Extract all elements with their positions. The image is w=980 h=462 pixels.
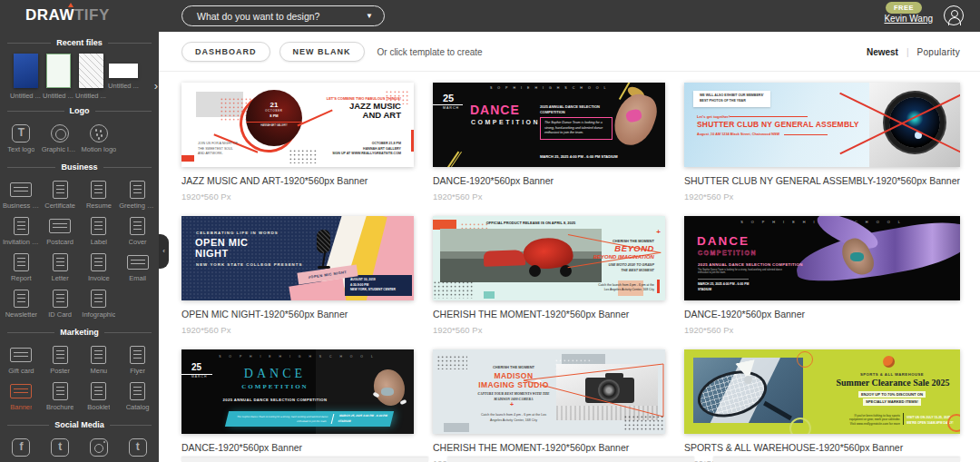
event-description-box: The Sophie Dance Team is looking for a s…	[540, 117, 612, 140]
small-heading: CHERISH THE MOMENT	[462, 365, 565, 369]
sidebar-item-catalog[interactable]: Catalog	[118, 382, 157, 411]
user-area: FREE Kevin Wang	[817, 0, 980, 32]
sidebar-item-resume[interactable]: Resume	[80, 181, 119, 210]
template-title: OPEN MIC NIGHT-1920*560px Banner	[181, 309, 414, 319]
template-title: SPORTS & ALL WAREHOUSE-1920*560px Banner	[684, 442, 960, 453]
logo-text-primary: DRAW	[25, 6, 74, 24]
facebook-icon: f	[12, 438, 30, 457]
template-preview-jazz[interactable]: 21 OCTOBER 8 PM HANNAH ART GALLERY LET'S…	[181, 83, 414, 167]
template-card-dance-purple[interactable]: S O P H I E H I G H S C H O O L DANCE CO…	[684, 216, 960, 335]
sidebar-item-booklet[interactable]: Booklet	[80, 382, 119, 411]
drawtify-logo[interactable]: DRAWTIFY	[25, 6, 110, 25]
user-name-link[interactable]: Kevin Wang	[884, 14, 933, 24]
logo-section-grid: Text logo Graphic logo Motion logo	[0, 120, 159, 156]
sidebar-item-greeting-card[interactable]: Greeting card	[118, 181, 157, 210]
sidebar-item-brochure[interactable]: Brochure	[41, 382, 80, 411]
sidebar-item-flyer[interactable]: Flyer	[118, 346, 157, 375]
sidebar-item-menu[interactable]: Menu	[80, 346, 119, 375]
sidebar-item-gift-card[interactable]: Gift card	[2, 346, 41, 375]
sidebar-item-invitation-card[interactable]: Invitation card	[2, 217, 41, 246]
dance-title: DANCE	[470, 103, 520, 117]
sort-popularity[interactable]: Popularity	[917, 47, 960, 57]
template-size: 1920*560 Px	[684, 192, 960, 202]
sidebar-item-letter[interactable]: Letter	[41, 253, 80, 282]
jazz-info: OCTOBER 21,8 PMHANNAH ART GALLERYSIGN UP…	[332, 142, 401, 157]
template-card-open-mic[interactable]: AUGUST 30, 20194:30-9:00 PMNEW YORK, STU…	[181, 216, 414, 335]
tab-dashboard[interactable]: DASHBOARD	[181, 42, 270, 62]
madison-title: MADISONIMAGING STUDIO	[456, 372, 571, 390]
greeting-text: Let's get together!	[697, 114, 730, 119]
template-preview-beyond-moto[interactable]: OFFICIAL PRODUCT RELEASE IS ON APRIL 8, …	[433, 216, 665, 300]
sidebar-item-instagram[interactable]	[80, 438, 119, 457]
sidebar-item-twitter[interactable]: t	[41, 438, 80, 457]
sidebar-item-business-card[interactable]: Business card	[2, 181, 41, 210]
decor-gray-block	[444, 423, 469, 432]
template-card-shutter-club[interactable]: WE WILL ALSO EXHIBIT OUR MEMBERS'BEST PH…	[684, 83, 960, 202]
template-title: SHUTTER CLUB NY GENERAL ASSEMBLY-1920*56…	[684, 175, 960, 186]
decor-red-bar	[411, 130, 414, 152]
sidebar-collapse-handle[interactable]: ‹	[159, 234, 169, 269]
decor-red-line	[784, 134, 828, 135]
sidebar-item-invoice[interactable]: Invoice	[80, 253, 119, 282]
sidebar-item-newsletter[interactable]: Newsletter	[2, 290, 41, 319]
event-footer: MARCH 25, 2025 4:00 PM - 6:00 PM STADIUM	[540, 154, 618, 159]
template-card-dance-pink[interactable]: S O P H I E H I G H S C H O O L 25 MARCH…	[433, 83, 665, 202]
recent-file-2[interactable]: Untitled ...	[42, 54, 74, 100]
template-card-jazz[interactable]: 21 OCTOBER 8 PM HANNAH ART GALLERY LET'S…	[181, 83, 414, 202]
sidebar-item-infographic[interactable]: Infographic	[80, 290, 119, 319]
template-preview-dance-purple[interactable]: S O P H I E H I G H S C H O O L DANCE CO…	[684, 216, 960, 300]
sidebar-item-poster[interactable]: Poster	[41, 346, 80, 375]
template-preview-dance-teal[interactable]: S O P H I E H I G H S C H O O L 25 MARCH…	[181, 349, 414, 434]
decor-red-line	[730, 116, 808, 117]
sidebar-item-facebook[interactable]: f	[2, 438, 41, 457]
template-preview-madison-studio[interactable]: CHERISH THE MOMENT MADISONIMAGING STUDIO…	[433, 349, 665, 434]
tab-new-blank[interactable]: NEW BLANK	[279, 42, 365, 62]
decor-black-dots	[433, 280, 475, 299]
sidebar-item-postcard[interactable]: Postcard	[41, 217, 80, 246]
template-preview-shutter-club[interactable]: WE WILL ALSO EXHIBIT OUR MEMBERS'BEST PH…	[684, 83, 960, 167]
template-preview-summer-sale[interactable]: SPORTS & ALL WAREHOUSE Summer Clearance …	[684, 349, 960, 434]
sidebar-item-email[interactable]: Email	[118, 253, 157, 282]
microphone-illustration	[322, 252, 326, 266]
template-card-beyond-moto[interactable]: OFFICIAL PRODUCT RELEASE IS ON APRIL 8, …	[433, 216, 665, 335]
template-card-summer-sale[interactable]: SPORTS & ALL WAREHOUSE Summer Clearance …	[684, 349, 960, 462]
design-type-dropdown[interactable]: What do you want to design? ▼	[181, 5, 385, 26]
sidebar-item-certificate[interactable]: Certificate	[41, 181, 80, 210]
recent-files-row: Untitled ... Untitled ... Untitled ... U…	[0, 52, 159, 100]
recent-file-4[interactable]: Untitled ...	[107, 54, 140, 90]
flyer-icon	[130, 346, 145, 364]
recent-files-next-arrow[interactable]: ›	[154, 79, 158, 93]
sidebar-item-motion-logo[interactable]: Motion logo	[80, 124, 119, 153]
template-preview-open-mic[interactable]: AUGUST 30, 20194:30-9:00 PMNEW YORK, STU…	[181, 216, 414, 300]
template-preview-dance-pink[interactable]: S O P H I E H I G H S C H O O L 25 MARCH…	[433, 83, 665, 167]
tumblr-icon: t	[129, 438, 147, 457]
sidebar-item-id-card[interactable]: ID Card	[41, 290, 80, 319]
recent-file-1[interactable]: Untitled ...	[9, 54, 42, 100]
jazz-date-block: 21 OCTOBER 8 PM HANNAH ART GALLERY	[246, 101, 302, 127]
menu-card-icon	[91, 346, 106, 364]
recent-file-3[interactable]: Untitled ...	[74, 54, 107, 100]
topbar: DRAWTIFY What do you want to design? ▼ F…	[0, 0, 980, 32]
decor-white-line	[433, 104, 463, 105]
sidebar-item-cover[interactable]: Cover	[118, 217, 157, 246]
sidebar-item-tumblr[interactable]: t	[118, 438, 157, 457]
microphone-illustration	[317, 230, 330, 253]
car-illustration	[484, 250, 526, 267]
ribbon-text: WE WILL ALSO EXHIBIT OUR MEMBERS'BEST PH…	[693, 91, 770, 107]
sort-newest[interactable]: Newest	[867, 47, 898, 57]
sidebar-item-banner-active[interactable]: Banner	[2, 382, 41, 411]
account-avatar-icon[interactable]	[944, 5, 964, 25]
template-card-dance-teal[interactable]: S O P H I E H I G H S C H O O L 25 MARCH…	[181, 349, 414, 462]
recent-file-thumbnail	[109, 64, 138, 78]
sidebar-item-graphic-logo[interactable]: Graphic logo	[41, 124, 80, 153]
event-info-box: AUGUST 30, 20194:30-9:00 PMNEW YORK, STU…	[345, 275, 412, 296]
template-card-madison-studio[interactable]: CHERISH THE MOMENT MADISONIMAGING STUDIO…	[433, 349, 665, 462]
dancer-illustration	[399, 399, 407, 405]
sidebar-item-label[interactable]: Label	[80, 217, 119, 246]
infographic-icon	[91, 290, 106, 308]
jazz-note: JOIN US FOR A NIGHT OFTHE SWEETEST SOULA…	[198, 142, 238, 157]
school-name-text: S O P H I E H I G H S C H O O L	[181, 355, 414, 359]
sidebar-item-text-logo[interactable]: Text logo	[2, 124, 41, 153]
sidebar-item-report[interactable]: Report	[2, 253, 41, 282]
event-footer: MARCH 25, 2025 4:00 PM - 6:00 PMSTADIUM	[698, 279, 749, 292]
